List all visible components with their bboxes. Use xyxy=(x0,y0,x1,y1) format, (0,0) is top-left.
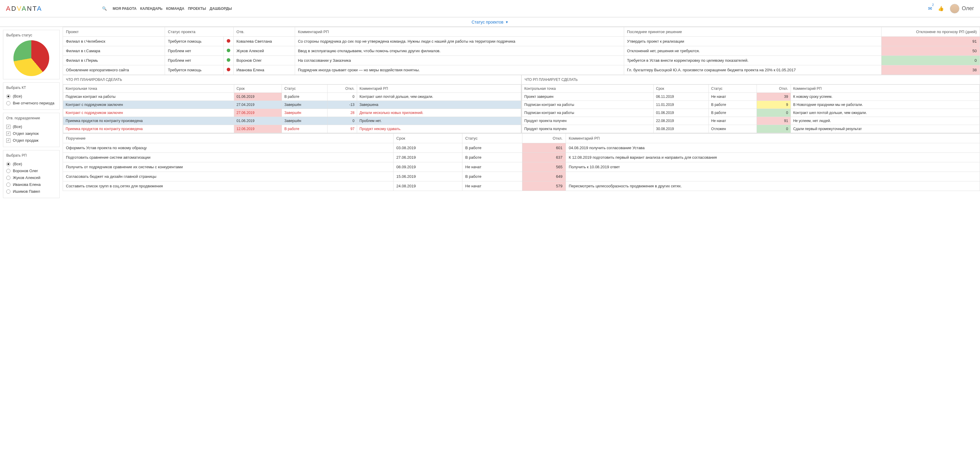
cell-comment: Делали несколько новых приложений. xyxy=(357,109,521,117)
cell-status: Требуется помощь xyxy=(165,37,223,46)
th-comment[interactable]: Комментарий РП xyxy=(295,27,624,37)
table-row[interactable]: Продукт проекта получен22.08.2019Не нача… xyxy=(522,117,980,125)
cell-date: 03.08.2019 xyxy=(393,143,462,153)
table-row[interactable]: Составить список групп в соц.сетях для п… xyxy=(63,181,980,191)
cell-decision: Отклонений нет, решения не требуются. xyxy=(624,46,881,56)
cell-dev: 97 xyxy=(328,125,357,133)
rp-radio-ishimov[interactable]: Ишимов Павел xyxy=(6,188,56,195)
cell-date: 27.06.2019 xyxy=(393,153,462,162)
cell-point: Подписан контракт на работы xyxy=(63,93,234,101)
table-row[interactable]: Согласовать бюджет на дизайн главной стр… xyxy=(63,172,980,181)
table-row[interactable]: Контракт с подрядчиком заключен27.06.201… xyxy=(63,109,521,117)
planning-table: Контрольная точка Срок Статус Откл. Комм… xyxy=(522,84,980,133)
radio-icon xyxy=(6,162,10,166)
panel-dept-title: Отв. подразделение xyxy=(6,116,56,120)
cell-deviation: 91 xyxy=(881,37,980,46)
nav-dashboards[interactable]: ДАШБОРДЫ xyxy=(209,6,232,11)
th-kt-comment[interactable]: Комментарий РП xyxy=(791,85,979,93)
table-row[interactable]: Подготовить сравнение систем автоматизац… xyxy=(63,153,980,162)
table-row[interactable]: Подписан контракт на работы11.01.2019В р… xyxy=(522,101,980,109)
cell-comment: Контракт шел почтой дольше, чем ожидали. xyxy=(791,109,979,117)
cell-comment: В Новогодние праздники мы не работали. xyxy=(791,101,979,109)
th-kt-status[interactable]: Статус xyxy=(708,85,757,93)
th-resp[interactable]: Отв. xyxy=(233,27,295,37)
nav-team[interactable]: КОМАНДА xyxy=(166,6,185,11)
tasks-table: Поручение Срок Статус Откл. Комментарий … xyxy=(63,134,980,191)
cell-comment: Продукт некому сдавать. xyxy=(357,125,521,133)
th-kt-point[interactable]: Контрольная точка xyxy=(522,85,653,93)
cell-status: Не начат xyxy=(462,162,522,172)
dept-check-prodazh[interactable]: Отдел продаж xyxy=(6,137,56,144)
th-kt-dev[interactable]: Откл. xyxy=(328,85,357,93)
dept-check-all[interactable]: (Все) xyxy=(6,123,56,130)
th-kt-date[interactable]: Срок xyxy=(653,85,708,93)
table-row[interactable]: Обновление корпоративного сайтаТребуется… xyxy=(63,65,980,75)
cell-dev: 0 xyxy=(328,93,357,101)
panel-rp-title: Выбрать РП xyxy=(6,153,56,157)
user-menu[interactable]: Олег xyxy=(950,4,974,13)
th-kt-status[interactable]: Статус xyxy=(282,85,328,93)
status-dot-icon xyxy=(227,58,230,62)
cell-comment: К новому сроку успеем. xyxy=(791,93,979,101)
mail-icon[interactable]: ✉2 xyxy=(928,6,932,11)
cell-resp: Жуков Алексей xyxy=(233,46,295,56)
nav-calendar[interactable]: КАЛЕНДАРЬ xyxy=(140,6,162,11)
filter-icon[interactable]: ▼ xyxy=(505,20,508,24)
th-deviation[interactable]: Отклонене по прогнозу РП (дней) xyxy=(881,27,980,37)
table-row[interactable]: Получить от подрядчиков сравнение их сис… xyxy=(63,162,980,172)
dept-check-zakup[interactable]: Отдел закупок xyxy=(6,130,56,137)
table-row[interactable]: Оформить Устав проекта по новому образцу… xyxy=(63,143,980,153)
th-kt-comment[interactable]: Комментарий РП xyxy=(357,85,521,93)
th-kt-date[interactable]: Срок xyxy=(234,85,282,93)
kt-radio-all[interactable]: (Все) xyxy=(6,93,56,100)
check-icon xyxy=(6,132,10,136)
th-kt-point[interactable]: Контрольная точка xyxy=(63,85,234,93)
status-pie-chart[interactable] xyxy=(13,40,49,76)
panel-status-title: Выбрать статус xyxy=(6,33,56,37)
th-project[interactable]: Проект xyxy=(63,27,165,37)
cell-point: Приемка продуктов по контракту произведе… xyxy=(63,125,234,133)
panel-planned: ЧТО РП ПЛАНИРОВАЛ СДЕЛАТЬ Контрольная то… xyxy=(63,75,522,134)
table-row[interactable]: Филиал в г.ПермьПроблем нетВоронов ОлегН… xyxy=(63,56,980,65)
table-row[interactable]: Контракт с подрядчиком заключен27.04.201… xyxy=(63,101,521,109)
cell-comment xyxy=(566,172,980,181)
th-kt-dev[interactable]: Откл. xyxy=(757,85,791,93)
table-row[interactable]: Приемка продуктов по контракту произведе… xyxy=(63,125,521,133)
table-row[interactable]: Подписан контракт на работы01.06.2019В р… xyxy=(63,93,521,101)
cell-point: Подписан контракт на работы xyxy=(522,101,653,109)
cell-dev: 579 xyxy=(522,181,566,191)
cell-status: В работе xyxy=(708,109,757,117)
kt-radio-out[interactable]: Вне отчетного периода xyxy=(6,100,56,107)
nav-my-work[interactable]: МОЯ РАБОТА xyxy=(113,6,137,11)
cell-status-dot xyxy=(223,65,233,75)
table-row[interactable]: Филиал в г.СамараПроблем нетЖуков Алексе… xyxy=(63,46,980,56)
search-icon[interactable]: 🔍 xyxy=(102,6,107,11)
table-row[interactable]: Подписан контракт на работы01.06.2019В р… xyxy=(522,109,980,117)
cell-comment: К 12.08.2019 подготовить первый вариант … xyxy=(566,153,980,162)
th-task-comment[interactable]: Комментарий РП xyxy=(566,134,980,143)
cell-point: Проект завершен xyxy=(522,93,653,101)
thumbs-up-icon[interactable]: 👍 xyxy=(938,6,944,11)
rp-radio-voronov[interactable]: Воронов Олег xyxy=(6,167,56,174)
th-decision[interactable]: Последнее принятое решение xyxy=(624,27,881,37)
th-task-status[interactable]: Статус xyxy=(462,134,522,143)
cell-comment: Завершена xyxy=(357,101,521,109)
th-task-date[interactable]: Срок xyxy=(393,134,462,143)
table-row[interactable]: Продукт проекта получен30.08.2019Отложен… xyxy=(522,125,980,133)
rp-radio-all[interactable]: (Все) xyxy=(6,161,56,167)
cell-status: Завершён xyxy=(282,101,328,109)
rp-radio-ivanova[interactable]: Иванова Елена xyxy=(6,181,56,188)
nav-projects[interactable]: ПРОЕКТЫ xyxy=(188,6,206,11)
logo[interactable]: ADVANTA xyxy=(6,5,42,13)
cell-comment: 04.08.2019 получить согласование Устава xyxy=(566,143,980,153)
rp-radio-zhukov[interactable]: Жуков Алексей xyxy=(6,174,56,181)
cell-status: Завершён xyxy=(282,117,328,125)
th-task-dev[interactable]: Откл. xyxy=(522,134,566,143)
table-row[interactable]: Проект завершен06.11.2019Не начат39К нов… xyxy=(522,93,980,101)
th-status[interactable]: Статус проекта xyxy=(165,27,233,37)
th-task[interactable]: Поручение xyxy=(63,134,393,143)
table-row[interactable]: Филиал в г.ЧелябинскТребуется помощьКова… xyxy=(63,37,980,46)
table-row[interactable]: Приемка продуктов по контракту произведе… xyxy=(63,117,521,125)
cell-date: 01.06.2019 xyxy=(234,93,282,101)
cell-status-dot xyxy=(223,37,233,46)
